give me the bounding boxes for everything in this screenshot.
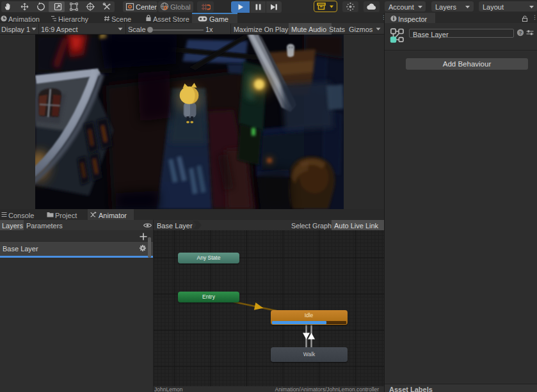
svg-text:?: ? — [519, 30, 522, 36]
